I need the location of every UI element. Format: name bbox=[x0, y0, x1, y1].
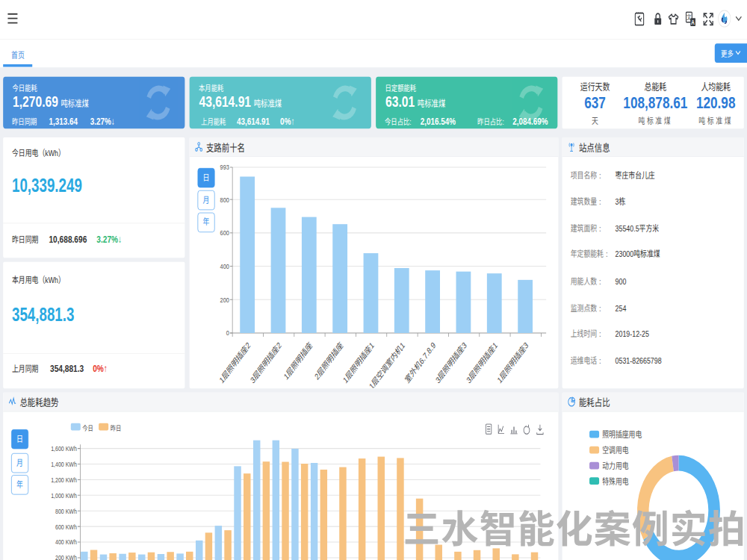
svg-text:1层照明插座1: 1层照明插座1 bbox=[341, 340, 375, 385]
svg-text:1,200 KWh: 1,200 KWh bbox=[51, 476, 77, 484]
svg-text:动力用电: 动力用电 bbox=[602, 461, 629, 470]
svg-text:200: 200 bbox=[220, 296, 229, 304]
svg-text:1层照明插座2: 1层照明插座2 bbox=[218, 340, 252, 385]
svg-text:特殊用电: 特殊用电 bbox=[602, 477, 629, 486]
svg-text:400 KWh: 400 KWh bbox=[55, 539, 77, 547]
svg-text:A: A bbox=[691, 19, 695, 26]
svg-text:200 KWh: 200 KWh bbox=[55, 555, 77, 560]
svg-text:空调用电: 空调用电 bbox=[602, 446, 629, 455]
svg-text:1层照明插座: 1层照明插座 bbox=[282, 340, 313, 382]
svg-text:照明插座用电: 照明插座用电 bbox=[602, 430, 642, 439]
svg-text:2层照明插座: 2层照明插座 bbox=[314, 340, 344, 382]
svg-text:1,600 KWh: 1,600 KWh bbox=[51, 445, 77, 452]
svg-text:993: 993 bbox=[220, 163, 229, 171]
svg-text:0: 0 bbox=[226, 329, 229, 337]
svg-text:1层照明插座3: 1层照明插座3 bbox=[496, 340, 530, 385]
svg-text:3层照明插座3: 3层照明插座3 bbox=[434, 340, 468, 385]
svg-text:3层照明插座2: 3层照明插座2 bbox=[249, 340, 282, 385]
svg-text:400: 400 bbox=[220, 262, 229, 270]
svg-text:3层照明插座1: 3层照明插座1 bbox=[465, 340, 499, 385]
svg-text:1,400 KWh: 1,400 KWh bbox=[51, 461, 77, 468]
svg-text:800: 800 bbox=[220, 196, 229, 204]
svg-text:600 KWh: 600 KWh bbox=[55, 523, 77, 531]
svg-text:600: 600 bbox=[220, 228, 229, 237]
svg-text:800 KWh: 800 KWh bbox=[55, 508, 77, 515]
svg-text:1,000 KWh: 1,000 KWh bbox=[51, 492, 77, 500]
svg-text:室外机6.7.8.9: 室外机6.7.8.9 bbox=[403, 340, 437, 385]
